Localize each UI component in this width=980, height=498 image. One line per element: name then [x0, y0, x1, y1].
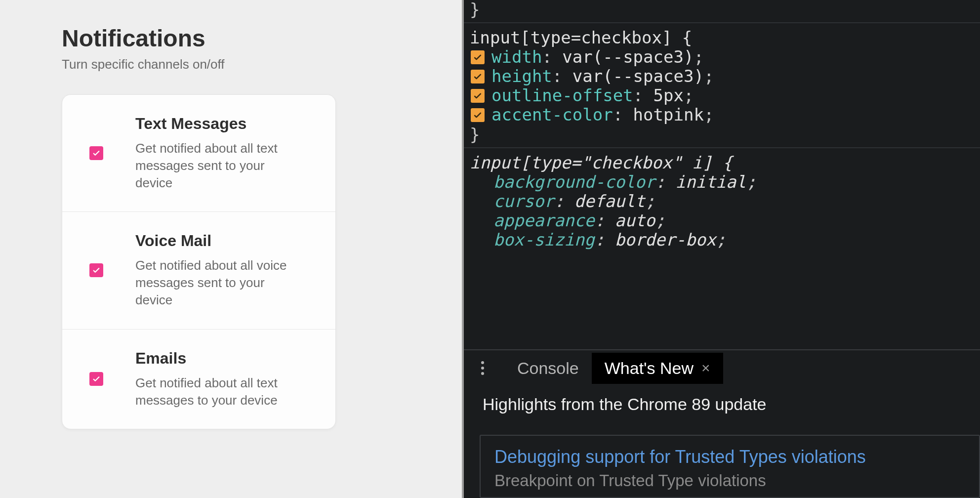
page-title: Notifications — [62, 25, 462, 52]
declaration-toggle-checkbox[interactable] — [471, 89, 485, 103]
drawer-card[interactable]: Debugging support for Trusted Types viol… — [480, 435, 980, 498]
styles-panel[interactable]: } input[type=checkbox] { width: var(--sp… — [464, 0, 980, 349]
check-icon — [473, 72, 483, 82]
checkbox-text-messages[interactable] — [89, 146, 103, 160]
rule-separator — [464, 22, 980, 23]
declaration-toggle-checkbox[interactable] — [471, 108, 485, 122]
css-brace-close: } — [470, 125, 980, 144]
kebab-menu-icon[interactable] — [474, 361, 491, 375]
css-rule-ua-checkbox: input[type="checkbox" i] { background-co… — [470, 153, 980, 249]
app-preview-pane: Notifications Turn specific channels on/… — [0, 0, 462, 498]
rule-separator — [464, 147, 980, 148]
declaration-toggle-checkbox[interactable] — [471, 70, 485, 83]
notifications-card: Text Messages Get notified about all tex… — [62, 94, 336, 429]
check-icon — [92, 149, 101, 158]
devtools-panel: } input[type=checkbox] { width: var(--sp… — [464, 0, 980, 498]
tab-whats-new[interactable]: What's New × — [592, 353, 723, 384]
tab-label: What's New — [605, 359, 694, 378]
css-brace-close: } — [470, 0, 980, 19]
checkbox-voice-mail[interactable] — [89, 263, 103, 277]
drawer-heading: Highlights from the Chrome 89 update — [483, 395, 980, 414]
channel-title: Emails — [135, 349, 321, 368]
check-icon — [92, 374, 101, 383]
channel-desc: Get notified about all voice messages se… — [135, 257, 298, 309]
checkbox-emails[interactable] — [89, 372, 103, 386]
drawer-card-subtitle: Breakpoint on Trusted Type violations — [494, 471, 979, 490]
css-declaration[interactable]: width: var(--space3); — [470, 47, 980, 67]
channel-title: Voice Mail — [135, 232, 321, 250]
channel-row-voice-mail: Voice Mail Get notified about all voice … — [62, 212, 335, 329]
channel-row-emails: Emails Get notified about all text messa… — [62, 330, 335, 429]
channel-title: Text Messages — [135, 115, 321, 133]
check-icon — [473, 110, 483, 120]
css-rule-checkbox: input[type=checkbox] { width: var(--spac… — [470, 28, 980, 144]
page-subtitle: Turn specific channels on/off — [62, 57, 462, 72]
close-icon[interactable]: × — [701, 360, 710, 376]
css-declaration[interactable]: height: var(--space3); — [470, 67, 980, 86]
css-declaration[interactable]: outline-offset: 5px; — [470, 86, 980, 105]
check-icon — [473, 52, 483, 62]
drawer-card-title[interactable]: Debugging support for Trusted Types viol… — [494, 447, 979, 467]
declaration-toggle-checkbox[interactable] — [471, 50, 485, 64]
css-declaration[interactable]: accent-color: hotpink; — [470, 105, 980, 124]
check-icon — [473, 91, 483, 101]
tab-console[interactable]: Console — [504, 353, 592, 384]
check-icon — [92, 266, 101, 275]
devtools-drawer: Console What's New × Highlights from the… — [464, 349, 980, 498]
css-selector-ua: input[type="checkbox" i] { — [470, 153, 733, 172]
drawer-body: Highlights from the Chrome 89 update Deb… — [464, 386, 980, 498]
css-selector[interactable]: input[type=checkbox] { — [470, 28, 692, 47]
channel-desc: Get notified about all text messages to … — [135, 374, 298, 409]
channel-desc: Get notified about all text messages sen… — [135, 140, 298, 192]
drawer-tabs: Console What's New × — [464, 350, 980, 386]
channel-row-text-messages: Text Messages Get notified about all tex… — [62, 95, 335, 212]
